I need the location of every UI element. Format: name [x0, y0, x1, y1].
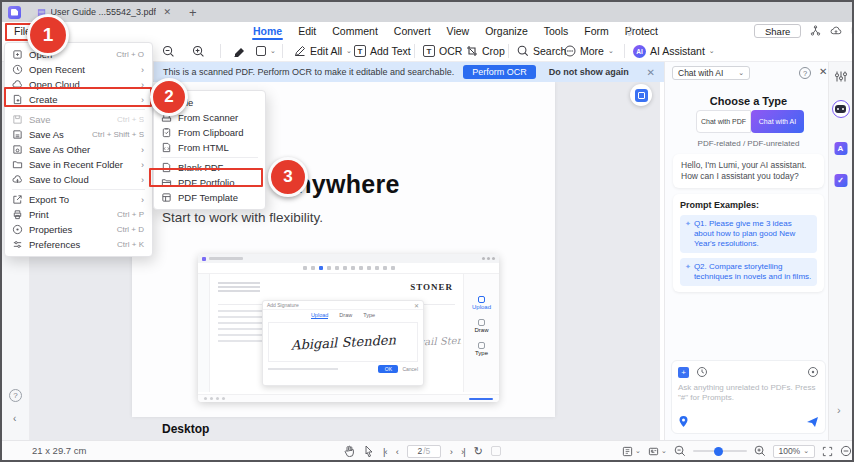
zoom-slider[interactable] [693, 450, 747, 452]
menu-item-open[interactable]: OpenCtrl + O [5, 47, 152, 62]
attach-page-icon[interactable] [678, 367, 689, 378]
perform-ocr-button[interactable]: Perform OCR [463, 65, 536, 79]
collapse-left-icon[interactable]: ‹ [13, 413, 16, 424]
menu-item-open-recent[interactable]: Open Recent› [5, 62, 152, 77]
crop-button[interactable]: Crop [466, 40, 505, 62]
chat-with-pdf-option[interactable]: Chat with PDF [696, 110, 751, 133]
snapshot-widget[interactable] [630, 84, 652, 106]
menu-separator [12, 109, 145, 110]
app-logo-icon [8, 6, 21, 19]
location-pin-icon[interactable] [678, 415, 689, 428]
sparkle-icon: ✦ [685, 262, 691, 282]
chevron-down-icon: ⌄ [738, 69, 744, 77]
submenu-item-pdf-portfolio[interactable]: PDF Portfolio [154, 175, 265, 190]
edit-all-button[interactable]: Edit All⌄ [294, 40, 352, 62]
previous-page-icon[interactable]: ‹ [396, 446, 398, 457]
submenu-item-blank-pdf[interactable]: Blank PDF [154, 160, 265, 175]
submenu-item-pdf-template[interactable]: PDF Template [154, 190, 265, 205]
zoom-out-icon[interactable] [674, 445, 686, 457]
menu-item-export-to[interactable]: Export To› [5, 192, 152, 207]
tab-home[interactable]: Home [252, 24, 283, 38]
history-clock-icon[interactable] [696, 366, 708, 378]
zoom-slider-thumb[interactable] [714, 447, 723, 456]
ocr-button[interactable]: T OCR [423, 40, 462, 62]
notification-message: This is a scanned PDF. Perform OCR to ma… [163, 67, 454, 77]
zoom-in-icon[interactable] [754, 445, 766, 457]
target-icon[interactable] [807, 366, 819, 378]
menu-item-open-cloud[interactable]: Open Cloud› [5, 77, 152, 92]
tab-organize[interactable]: Organize [484, 24, 529, 38]
prompt-example-2[interactable]: ✦Q2. Compare storytelling techniques in … [680, 258, 817, 286]
ai-assistant-button[interactable]: AI AI Assistant⌄ [633, 40, 715, 62]
more-dots-icon [564, 45, 576, 57]
sliders-icon[interactable] [834, 70, 847, 83]
more-button[interactable]: More⌄ [564, 40, 614, 62]
doc-subheading: Start to work with flexibility. [162, 210, 323, 225]
menu-item-save-as[interactable]: Save AsCtrl + Shift + S [5, 127, 152, 142]
zoom-level-select[interactable]: 100%⌄ [773, 445, 815, 458]
collapse-panel-icon[interactable]: › [837, 404, 841, 416]
notification-close-icon[interactable]: ✕ [647, 67, 655, 78]
folder-icon [12, 159, 23, 170]
todo-check-icon[interactable]: ✓ [834, 174, 847, 187]
send-icon[interactable] [806, 416, 819, 428]
menu-item-save-in-recent-folder[interactable]: Save in Recent Folder› [5, 157, 152, 172]
rotate-page-icon[interactable]: ↻ [474, 445, 482, 458]
menu-item-save-as-other[interactable]: Save As Other› [5, 142, 152, 157]
menu-item-create[interactable]: Create› [5, 92, 152, 107]
ai-robot-icon[interactable] [832, 100, 850, 118]
collapse-bar-icon[interactable] [840, 445, 852, 457]
preferences-icon [12, 239, 23, 250]
ai-input[interactable]: Ask anything unrelated to PDFs. Press "#… [678, 383, 819, 403]
share-button[interactable]: Share [754, 24, 801, 38]
status-bar: 21 x 29.7 cm |‹ ‹ 2/5 › ›| ↻ ⌄ ⌄ 100%⌄ [2, 440, 852, 460]
translate-icon[interactable]: A [834, 142, 847, 155]
tab-comment[interactable]: Comment [331, 24, 379, 38]
read-mode-icon[interactable]: ⌄ [648, 446, 667, 457]
menu-item-preferences[interactable]: PreferencesCtrl + K [5, 237, 152, 252]
dont-show-again-button[interactable]: Do not show again [549, 67, 629, 77]
submenu-item-from-html[interactable]: From HTML [154, 140, 265, 155]
prompt-examples-title: Prompt Examples: [680, 200, 817, 210]
shape-tool[interactable]: ⌄ [256, 40, 276, 62]
new-tab-button[interactable]: + [189, 5, 197, 20]
menu-item-save[interactable]: SaveCtrl + S [5, 112, 152, 127]
cloud-upload-icon[interactable] [830, 25, 842, 36]
chat-type-subtitle: PDF-related / PDF-unrelated [665, 139, 832, 148]
whats-new-icon[interactable] [624, 26, 635, 37]
tab-form[interactable]: Form [583, 24, 610, 38]
fullscreen-icon[interactable] [822, 446, 833, 457]
page-layout-icon[interactable]: ⌄ [622, 446, 641, 457]
cloud-upload-icon [12, 174, 23, 185]
ai-help-icon[interactable]: ? [799, 67, 811, 79]
step-circle-2: 2 [150, 78, 188, 116]
menu-item-save-to-cloud[interactable]: Save to Cloud› [5, 172, 152, 187]
prompt-example-1[interactable]: ✦Q1. Please give me 3 ideas about how to… [680, 215, 817, 253]
highlighter-icon[interactable] [232, 40, 246, 62]
next-page-icon[interactable]: › [450, 446, 452, 457]
add-text-button[interactable]: T Add Text [354, 40, 411, 62]
first-page-icon[interactable]: |‹ [383, 446, 387, 457]
chat-with-ai-option[interactable]: Chat with AI [751, 110, 804, 133]
zoom-in-tool-icon[interactable] [192, 40, 205, 62]
ai-mode-select[interactable]: Chat with AI⌄ [672, 66, 750, 80]
share-nodes-icon[interactable] [810, 25, 821, 36]
menu-item-print[interactable]: PrintCtrl + P [5, 207, 152, 222]
tab-view[interactable]: View [446, 24, 471, 38]
tab-convert[interactable]: Convert [393, 24, 432, 38]
hand-tool-icon[interactable] [344, 445, 355, 457]
zoom-out-tool-icon[interactable] [162, 40, 175, 62]
submenu-item-from-clipboard[interactable]: From Clipboard [154, 125, 265, 140]
menu-item-properties[interactable]: PropertiesCtrl + D [5, 222, 152, 237]
tab-tools[interactable]: Tools [543, 24, 570, 38]
tab-close-icon[interactable]: ✕ [163, 7, 171, 17]
chevron-right-icon: › [141, 145, 144, 155]
page-number-box[interactable]: 2/5 [407, 445, 441, 458]
last-page-icon[interactable]: ›| [461, 446, 465, 457]
search-button[interactable]: Search [517, 40, 566, 62]
ai-close-icon[interactable]: ✕ [819, 66, 827, 77]
tab-edit[interactable]: Edit [297, 24, 317, 38]
select-tool-icon[interactable] [364, 445, 374, 457]
embedded-screenshot: STONER Abigail Stenden Add Signature✕ Up… [198, 254, 499, 402]
help-icon[interactable]: ? [9, 389, 22, 402]
